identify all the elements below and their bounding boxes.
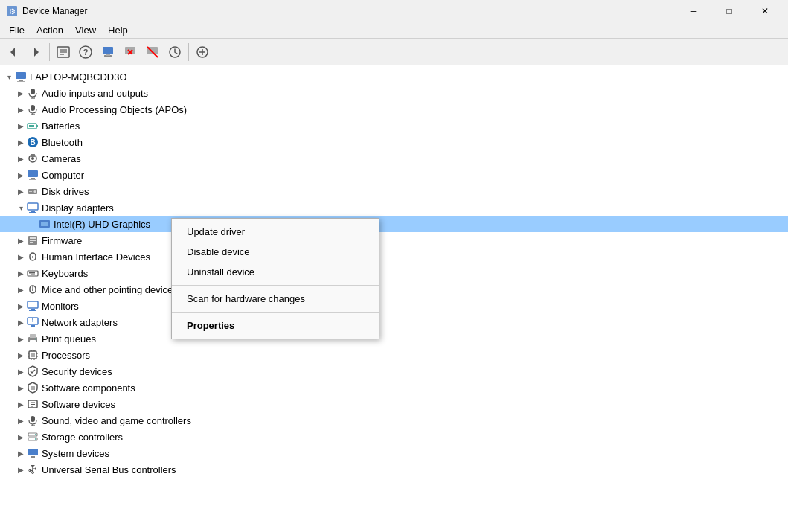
tree-item-computer[interactable]: ▶ Computer: [0, 167, 788, 183]
svg-rect-13: [125, 47, 135, 54]
back-button[interactable]: [3, 42, 24, 63]
svg-rect-46: [31, 211, 35, 212]
tree-item-network-adapters[interactable]: ▶ Network adapters: [0, 314, 788, 330]
tree-item-audio-processing[interactable]: ▶ Audio Processing Objects (APOs): [0, 101, 788, 118]
tree-item-sound-video[interactable]: ▶ Sound, video and game controllers: [0, 412, 788, 429]
tree-item-security-devices[interactable]: ▶ Security devices: [0, 363, 788, 379]
display-expand[interactable]: ▾: [15, 202, 27, 214]
tree-item-print-queues[interactable]: ▶ Print queues: [0, 330, 788, 347]
svg-point-64: [32, 289, 33, 291]
uninstall-device-button[interactable]: [120, 42, 141, 63]
add-hardware-button[interactable]: [192, 42, 213, 63]
cameras-expand[interactable]: ▶: [15, 153, 27, 164]
disk-expand[interactable]: ▶: [15, 185, 27, 197]
system-expand[interactable]: ▶: [15, 447, 27, 459]
computer-expand[interactable]: ▶: [15, 169, 27, 181]
window-controls: ─ □ ✕: [676, 0, 782, 22]
context-scan-hardware[interactable]: Scan for hardware changes: [172, 289, 379, 309]
tree-item-processors[interactable]: ▶ Processors: [0, 347, 788, 363]
software-devices-icon: [27, 398, 39, 410]
mice-icon: [27, 283, 39, 295]
network-expand[interactable]: ▶: [15, 316, 27, 328]
audio-proc-expand[interactable]: ▶: [15, 103, 27, 115]
batteries-expand[interactable]: ▶: [15, 120, 27, 132]
svg-rect-32: [36, 125, 38, 127]
context-separator-1: [172, 285, 379, 286]
menu-action[interactable]: Action: [31, 23, 69, 37]
firmware-expand[interactable]: ▶: [15, 234, 27, 246]
usb-expand[interactable]: ▶: [15, 464, 27, 475]
root-expand[interactable]: ▾: [3, 71, 15, 83]
security-devices-label: Security devices: [42, 366, 112, 377]
menu-bar: File Action View Help: [0, 22, 788, 39]
tree-item-cameras[interactable]: ▶ Cameras: [0, 150, 788, 167]
root-label: LAPTOP-MQBCDD3O: [30, 71, 127, 83]
show-properties-button[interactable]: [53, 42, 74, 63]
hid-expand[interactable]: ▶: [15, 251, 27, 263]
context-update-driver[interactable]: Update driver: [172, 222, 379, 242]
tree-item-human-interface[interactable]: ▶ Human Interface Devices: [0, 249, 788, 265]
tree-item-usb-controllers[interactable]: ▶ Universal Serial Bus controllers: [0, 461, 788, 478]
svg-marker-2: [10, 48, 15, 57]
audio-inputs-label: Audio inputs and outputs: [42, 88, 148, 99]
context-properties[interactable]: Properties: [172, 315, 379, 336]
svg-rect-74: [30, 334, 36, 338]
close-button[interactable]: ✕: [748, 0, 782, 22]
tree-item-audio-inputs[interactable]: ▶ Audio inputs and outputs: [0, 85, 788, 101]
svg-rect-101: [29, 458, 36, 458]
tree-item-disk-drives[interactable]: ▶ Disk drives: [0, 183, 788, 199]
toolbar: ?: [0, 39, 788, 65]
audio-expand[interactable]: ▶: [15, 87, 27, 99]
security-expand[interactable]: ▶: [15, 365, 27, 377]
print-expand[interactable]: ▶: [15, 333, 27, 344]
svg-rect-41: [29, 179, 36, 180]
maximize-button[interactable]: □: [712, 0, 746, 22]
sound-video-icon: [27, 414, 39, 426]
sw-components-expand[interactable]: ▶: [15, 382, 27, 394]
keyboards-expand[interactable]: ▶: [15, 267, 27, 279]
minimize-button[interactable]: ─: [676, 0, 711, 22]
tree-item-mice[interactable]: ▶ Mice and other pointing devices: [0, 281, 788, 298]
tree-item-system-devices[interactable]: ▶ System devices: [0, 445, 788, 461]
sound-video-label: Sound, video and game controllers: [42, 415, 191, 426]
tree-item-intel-uhd[interactable]: Intel(R) UHD Graphics: [0, 216, 788, 232]
tree-item-monitors[interactable]: ▶ Monitors: [0, 298, 788, 314]
menu-view[interactable]: View: [69, 23, 102, 37]
svg-rect-53: [30, 242, 33, 243]
tree-root[interactable]: ▾ LAPTOP-MQBCDD3O: [0, 68, 788, 85]
tree-item-storage-controllers[interactable]: ▶ Storage controllers: [0, 429, 788, 445]
svg-rect-45: [28, 203, 38, 210]
svg-rect-78: [31, 353, 35, 357]
hid-label: Human Interface Devices: [42, 251, 150, 263]
sound-video-expand[interactable]: ▶: [15, 414, 27, 426]
storage-expand[interactable]: ▶: [15, 431, 27, 443]
svg-rect-58: [31, 272, 33, 274]
processors-expand[interactable]: ▶: [15, 349, 27, 361]
tree-item-keyboards[interactable]: ▶ Keyboards: [0, 265, 788, 281]
mice-expand[interactable]: ▶: [15, 283, 27, 295]
context-uninstall-device[interactable]: Uninstall device: [172, 262, 379, 282]
menu-file[interactable]: File: [3, 23, 31, 37]
bluetooth-expand[interactable]: ▶: [15, 136, 27, 148]
svg-rect-65: [28, 301, 38, 308]
forward-button[interactable]: [25, 42, 46, 63]
monitors-expand[interactable]: ▶: [15, 300, 27, 312]
scan-hardware-button[interactable]: [164, 42, 185, 63]
help-button[interactable]: ?: [75, 42, 96, 63]
svg-rect-69: [31, 325, 35, 327]
svg-point-98: [35, 438, 36, 440]
tree-item-display-adapters[interactable]: ▾ Display adapters: [0, 199, 788, 216]
tree-item-software-components[interactable]: ▶ Software components: [0, 379, 788, 396]
tree-item-firmware[interactable]: ▶ Firmware: [0, 232, 788, 249]
tree-item-bluetooth[interactable]: ▶ B Bluetooth: [0, 134, 788, 150]
tree-item-software-devices[interactable]: ▶ Software devices: [0, 396, 788, 412]
sw-devices-expand[interactable]: ▶: [15, 398, 27, 410]
network-adapters-icon: [27, 316, 39, 328]
disable-device-button[interactable]: [142, 42, 163, 63]
menu-help[interactable]: Help: [102, 23, 134, 37]
tree-item-batteries[interactable]: ▶ Batteries: [0, 118, 788, 134]
update-driver-button[interactable]: [97, 42, 118, 63]
context-disable-device[interactable]: Disable device: [172, 242, 379, 262]
mice-label: Mice and other pointing devices: [42, 284, 178, 295]
print-queues-icon: [27, 333, 39, 344]
